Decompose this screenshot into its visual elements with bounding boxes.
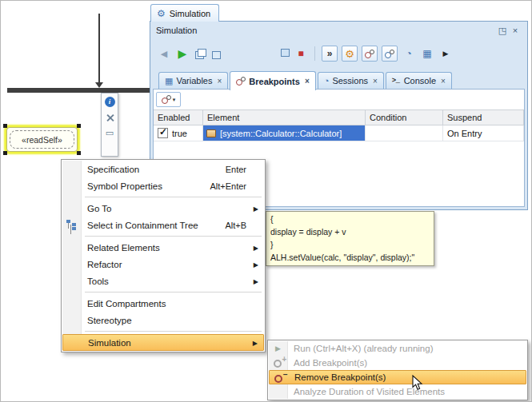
menu-item-related-elements[interactable]: Related Elements ▶ (62, 239, 264, 256)
step-into-button[interactable] (194, 46, 208, 61)
submenu-item-remove-breakpoints[interactable]: − Remove Breakpoint(s) (269, 370, 526, 384)
resume-button[interactable]: ▶ (175, 46, 190, 61)
menu-separator (62, 233, 264, 239)
caret-down-icon: ▾ (173, 97, 176, 103)
menu-item-select-in-containment-tree[interactable]: Select in Containment Tree Alt+B (62, 217, 264, 233)
back-button[interactable]: ◀ (157, 46, 171, 61)
read-self-body: «readSelf» (10, 130, 74, 149)
script-line: { (270, 213, 430, 225)
menu-shortcut: Alt+Enter (210, 181, 258, 191)
menu-separator (62, 289, 264, 295)
tab-close-icon[interactable]: × (305, 77, 310, 86)
close-panel-icon[interactable]: × (509, 26, 522, 35)
info-icon[interactable]: i (105, 97, 115, 107)
class-icon (206, 129, 216, 137)
column-header-element[interactable]: Element (203, 110, 366, 125)
condition-cell[interactable] (366, 125, 443, 141)
run-icon: ▶ (275, 344, 281, 352)
terminate-button[interactable]: ■ (294, 46, 308, 61)
table-header: Enabled Element Condition Suspend (154, 109, 524, 125)
control-flow-edge[interactable] (98, 14, 100, 83)
breakpoints-toggle-button[interactable] (362, 46, 378, 62)
fork-join-bar[interactable] (7, 88, 150, 93)
animation-options-button[interactable]: ⚙ (342, 46, 358, 62)
column-header-condition[interactable]: Condition (366, 110, 443, 125)
selection-handle[interactable] (77, 124, 81, 128)
add-breakpoint-icon: + (274, 357, 286, 368)
check-icon: ✓ (159, 126, 167, 137)
element-cell-selected[interactable]: [system::Calculator::Calculator] (203, 125, 366, 141)
toolbar-separator (314, 46, 315, 61)
menu-item-tools[interactable]: Tools ▶ (62, 273, 264, 289)
selection-handle[interactable] (3, 151, 7, 155)
simulation-submenu: ▶ Run (Ctrl+Alt+X) (already running) + A… (267, 340, 528, 400)
tab-sessions[interactable]: ◔ Sessions × (318, 72, 384, 89)
step-into-icon (195, 49, 206, 59)
step-over-button[interactable] (212, 46, 290, 61)
tab-close-icon[interactable]: × (441, 77, 446, 86)
submenu-item-add-breakpoints: + Add Breakpoint(s) (269, 356, 526, 370)
tab-console[interactable]: >_ Console × (386, 72, 452, 89)
tab-close-icon[interactable]: × (373, 77, 378, 86)
enabled-value: true (172, 129, 187, 138)
breakpoint-table-row[interactable]: ✓ true [system::Calculator::Calculator] … (154, 125, 524, 141)
enabled-checkbox[interactable]: ✓ (158, 128, 168, 138)
menu-item-refactor[interactable]: Refactor ▶ (62, 256, 264, 273)
breakpoint-icon (236, 77, 246, 86)
panel-title: Simulation (156, 26, 197, 35)
enabled-cell[interactable]: ✓ true (154, 125, 203, 141)
menu-shortcut: Alt+B (225, 221, 258, 230)
magicdraw-app-screenshot: «readSelf» i ▭ ⚙ Simulation Simulation ◳… (0, 0, 532, 402)
selection-handle[interactable] (3, 124, 7, 128)
submenu-item-analyze-duration: Analyze Duration of Visited Elements (269, 384, 526, 399)
submenu-arrow-icon: ▶ (254, 244, 258, 251)
script-line: display = display + v (270, 225, 430, 238)
tab-label: Sessions (332, 76, 368, 86)
remove-breakpoint-icon: − (274, 372, 287, 383)
menu-item-symbol-properties[interactable]: Symbol Properties Alt+Enter (62, 177, 264, 194)
simulation-toolbar: ◀ ▶ ■ » ⚙ ◔ ▦ ▶ (150, 39, 527, 68)
submenu-item-run: ▶ Run (Ctrl+Alt+X) (already running) (269, 341, 526, 356)
console-icon: >_ (392, 77, 401, 85)
tab-close-icon[interactable]: × (217, 77, 222, 86)
tab-label: Console (404, 76, 436, 86)
breakpoints-mini-toolbar: ▾ (154, 90, 524, 109)
simulation-gear-icon: ⚙ (157, 8, 166, 19)
export-diagram-icon[interactable]: ▦ (420, 46, 434, 61)
menu-item-go-to[interactable]: Go To ▶ (62, 200, 264, 217)
toolbar-overflow-button[interactable]: » (322, 46, 338, 62)
tokens-toggle-button[interactable] (382, 46, 398, 62)
column-header-enabled[interactable]: Enabled (154, 110, 203, 125)
tab-variables[interactable]: ▦ Variables × (158, 72, 228, 89)
breakpoint-options-button[interactable]: ▾ (156, 92, 181, 107)
submenu-arrow-icon: ▶ (254, 205, 258, 212)
step-over-icon (212, 49, 290, 59)
element-value: [system::Calculator::Calculator] (220, 129, 342, 138)
menu-item-specification[interactable]: Specification Enter (62, 161, 264, 177)
column-header-suspend[interactable]: Suspend (443, 110, 524, 125)
compartment-icon[interactable]: ▭ (106, 129, 114, 137)
breakpoint-script-tooltip: { display = display + v } ALH.setValue(c… (266, 211, 434, 266)
breakpoint-icon (365, 50, 374, 58)
diagram-smart-toolbar: i ▭ (101, 93, 118, 157)
script-line: ALH.setValue(calc, "display", display);" (270, 251, 430, 264)
suspend-cell[interactable]: On Entry (443, 125, 524, 141)
submenu-arrow-icon: ▶ (253, 339, 258, 346)
simulation-document-tab[interactable]: ⚙ Simulation (150, 4, 219, 22)
delete-icon[interactable] (106, 113, 114, 122)
menu-item-simulation[interactable]: Simulation ▶ (62, 334, 264, 351)
menu-separator (62, 328, 264, 334)
menu-item-stereotype[interactable]: Stereotype (62, 312, 264, 328)
tab-label: Breakpoints (249, 77, 300, 86)
menu-item-edit-compartments[interactable]: Edit Compartments (62, 295, 264, 312)
panel-titlebar: Simulation ◳ × (150, 22, 527, 39)
float-panel-icon[interactable]: ◳ (496, 26, 509, 36)
containment-tree-icon (66, 220, 77, 230)
toolbar-more-icon[interactable]: ▶ (438, 46, 453, 61)
read-self-action-node[interactable]: «readSelf» (6, 127, 78, 152)
tab-breakpoints[interactable]: Breakpoints × (230, 71, 315, 90)
context-menu: Specification Enter Symbol Properties Al… (61, 159, 266, 352)
selection-handle[interactable] (77, 151, 81, 155)
menu-separator (62, 194, 264, 200)
clock-icon[interactable]: ◔ (402, 46, 416, 61)
